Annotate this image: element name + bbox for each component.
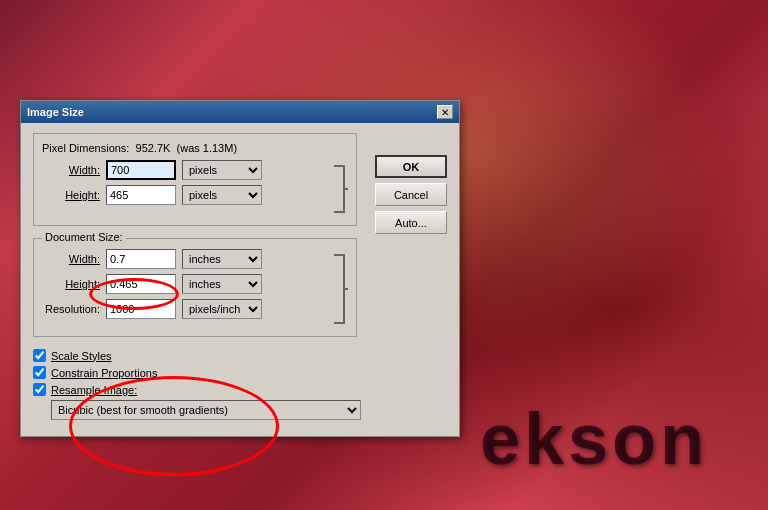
resample-method-select[interactable]: Bicubic (best for smooth gradients) Near… — [51, 400, 361, 420]
pixel-dims-header: Pixel Dimensions: 952.7K (was 1.13M) — [42, 142, 348, 154]
doc-width-unit[interactable]: inches cm mm — [182, 249, 262, 269]
pixel-link-bracket — [332, 164, 348, 217]
doc-width-row: Width: inches cm mm — [42, 249, 328, 269]
resolution-unit[interactable]: pixels/inch pixels/cm — [182, 299, 262, 319]
scale-styles-label: Scale Styles — [51, 350, 112, 362]
auto-button[interactable]: Auto... — [375, 211, 447, 234]
title-bar-buttons: ✕ — [437, 105, 453, 119]
pixel-height-unit[interactable]: pixels percent — [182, 185, 262, 205]
scale-styles-row: Scale Styles — [33, 349, 357, 362]
constrain-row: Constrain Proportions — [33, 366, 357, 379]
doc-width-label: Width: — [42, 253, 100, 265]
pixel-dimensions-group: Pixel Dimensions: 952.7K (was 1.13M) Wid… — [33, 133, 357, 226]
doc-height-label: Height: — [42, 278, 100, 290]
pixel-height-row: Height: pixels percent — [42, 185, 328, 205]
height-label: Height: — [42, 189, 100, 201]
resolution-label: Resolution: — [42, 303, 100, 315]
pixel-width-row: Width: pixels percent — [42, 160, 328, 180]
doc-width-input[interactable] — [106, 249, 176, 269]
dialog-title: Image Size — [27, 106, 84, 118]
button-panel: OK Cancel Auto... — [375, 155, 447, 234]
background-text: ekson — [480, 398, 708, 480]
pixel-dims-rows: Width: pixels percent Height: pixels — [42, 160, 348, 217]
ok-button[interactable]: OK — [375, 155, 447, 178]
constrain-checkbox[interactable] — [33, 366, 46, 379]
doc-height-row: Height: inches cm mm — [42, 274, 328, 294]
doc-bracket-svg — [332, 253, 348, 325]
dialog-window: Image Size ✕ OK Cancel Auto... Pixel Dim… — [20, 100, 460, 437]
width-label: Width: — [42, 164, 100, 176]
title-bar: Image Size ✕ — [21, 101, 459, 123]
resample-label: Resample Image: — [51, 384, 137, 396]
pixel-width-input[interactable] — [106, 160, 176, 180]
scale-styles-checkbox[interactable] — [33, 349, 46, 362]
doc-link-bracket — [332, 253, 348, 328]
resample-checkbox[interactable] — [33, 383, 46, 396]
doc-size-label: Document Size: — [42, 231, 126, 243]
dialog-content: OK Cancel Auto... Pixel Dimensions: 952.… — [21, 123, 459, 436]
document-size-group: Document Size: Width: inches cm mm — [33, 238, 357, 337]
doc-height-unit[interactable]: inches cm mm — [182, 274, 262, 294]
image-size-dialog: Image Size ✕ OK Cancel Auto... Pixel Dim… — [20, 100, 460, 437]
resolution-row: Resolution: pixels/inch pixels/cm — [42, 299, 328, 319]
doc-height-input[interactable] — [106, 274, 176, 294]
constrain-label: Constrain Proportions — [51, 367, 157, 379]
resolution-input[interactable] — [106, 299, 176, 319]
pixel-bracket-svg — [332, 164, 348, 214]
cancel-button[interactable]: Cancel — [375, 183, 447, 206]
pixel-height-input[interactable] — [106, 185, 176, 205]
checkboxes-section: Scale Styles Constrain Proportions Resam… — [33, 345, 357, 424]
close-button[interactable]: ✕ — [437, 105, 453, 119]
resample-row: Resample Image: — [33, 383, 357, 396]
pixel-width-unit[interactable]: pixels percent — [182, 160, 262, 180]
